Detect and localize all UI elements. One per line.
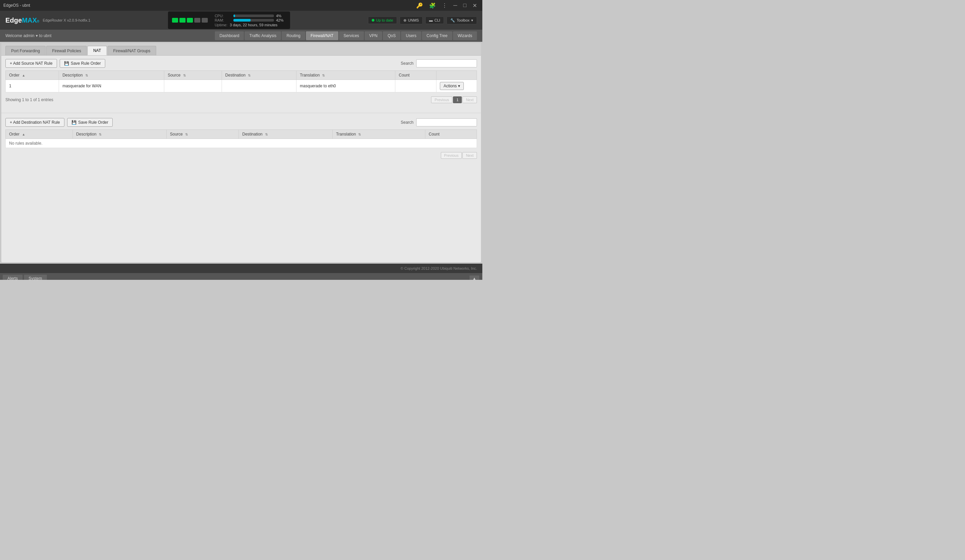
puzzle-icon[interactable]: 🧩: [427, 2, 438, 10]
stats: CPU: 4% RAM: 42% Uptime: 3 days, 22 hour…: [214, 13, 286, 27]
source-nat-page-1-btn[interactable]: 1: [453, 96, 462, 103]
ram-bar: [234, 19, 274, 21]
col-source[interactable]: Source ⇅: [164, 71, 222, 80]
tab-users[interactable]: Users: [401, 31, 421, 40]
no-rules-cell: No rules available.: [6, 139, 477, 148]
src-sort-icon: ⇅: [183, 73, 186, 77]
header-right: Up to date ⊕ UNMS ▬ CLI 🔧 Toolbox ▾: [368, 16, 477, 24]
source-nat-header-row: Order ▲ Description ⇅ Source ⇅ Destinati…: [6, 71, 477, 80]
cpu-bar: [234, 15, 274, 17]
save-destination-rule-order-button[interactable]: 💾 Save Rule Order: [67, 118, 113, 127]
tab-config-tree[interactable]: Config Tree: [422, 31, 452, 40]
destination-nat-header-row: Order ▲ Description ⇅ Source ⇅ Destinati…: [6, 130, 477, 139]
tab-services[interactable]: Services: [339, 31, 364, 40]
section-divider: [2, 113, 481, 113]
more-icon[interactable]: ⋮: [440, 2, 449, 10]
col-translation[interactable]: Translation ⇅: [296, 71, 395, 80]
dest-col-source[interactable]: Source ⇅: [166, 130, 239, 139]
tab-firewall-nat[interactable]: Firewall/NAT: [306, 31, 338, 40]
footer: © Copyright 2012-2020 Ubiquiti Networks,…: [0, 264, 483, 273]
destination-nat-prev-btn[interactable]: Previous: [441, 152, 462, 159]
no-rules-row: No rules available.: [6, 139, 477, 148]
add-destination-nat-rule-button[interactable]: + Add Destination NAT Rule: [5, 118, 64, 127]
destination-nat-next-btn[interactable]: Next: [463, 152, 477, 159]
source-nat-toolbar: + Add Source NAT Rule 💾 Save Rule Order …: [5, 56, 477, 70]
source-nat-showing-text: Showing 1 to 1 of 1 entries: [5, 95, 53, 104]
row1-description: masquerade for WAN: [59, 80, 164, 92]
tab-wizards[interactable]: Wizards: [453, 31, 477, 40]
dest-trans-sort-icon: ⇅: [358, 132, 361, 136]
bottom-tab-system[interactable]: System: [24, 275, 47, 280]
col-destination[interactable]: Destination ⇅: [222, 71, 296, 80]
cpu-bar-fill: [234, 15, 235, 17]
scroll-up-btn[interactable]: ▲: [469, 275, 480, 280]
save-source-rule-order-button[interactable]: 💾 Save Rule Order: [60, 59, 105, 68]
up-to-date-btn[interactable]: Up to date: [368, 16, 397, 24]
dest-col-translation[interactable]: Translation ⇅: [332, 130, 425, 139]
tab-qos[interactable]: QoS: [383, 31, 401, 40]
actions-chevron-icon: ▾: [458, 83, 460, 88]
order-sort-icon: ▲: [22, 73, 25, 77]
minimize-icon[interactable]: ─: [451, 2, 459, 9]
port-1: [172, 18, 178, 23]
sub-tabs: Port Forwarding Firewall Policies NAT Fi…: [2, 43, 481, 56]
port-icons: [172, 18, 208, 23]
desc-sort-icon: ⇅: [85, 73, 88, 77]
dest-col-destination[interactable]: Destination ⇅: [239, 130, 332, 139]
port-3: [187, 18, 193, 23]
toolbox-chevron-icon: ▾: [471, 18, 473, 23]
source-nat-pagination: Previous 1 Next: [431, 95, 477, 105]
port-4: [194, 18, 200, 23]
tab-vpn[interactable]: VPN: [365, 31, 383, 40]
uptime-row: Uptime: 3 days, 22 hours, 59 minutes: [214, 23, 286, 27]
dst-sort-icon: ⇅: [248, 73, 250, 77]
welcome-dropdown-icon[interactable]: ▾: [36, 33, 38, 38]
cli-btn[interactable]: ▬ CLI: [425, 16, 444, 24]
logo-section: EdgeMAX® EdgeRouter X v2.0.9-hotfix.1: [5, 17, 90, 24]
bottom-tab-alerts[interactable]: Alerts: [3, 275, 23, 280]
title-bar-title: EdgeOS - ubnt: [3, 3, 30, 8]
destination-nat-toolbar: + Add Destination NAT Rule 💾 Save Rule O…: [5, 114, 477, 129]
col-order[interactable]: Order ▲: [6, 71, 59, 80]
edge-max-logo: EdgeMAX®: [5, 17, 39, 24]
nav-bar: Welcome admin ▾ to ubnt Dashboard Traffi…: [0, 30, 483, 42]
tab-nat[interactable]: NAT: [87, 46, 106, 55]
tab-traffic-analysis[interactable]: Traffic Analysis: [245, 31, 281, 40]
source-nat-next-btn[interactable]: Next: [463, 96, 477, 103]
unms-icon: ⊕: [403, 18, 406, 23]
key-icon[interactable]: 🔑: [414, 2, 425, 10]
destination-nat-search-area: Search: [401, 118, 477, 126]
row1-actions-cell: Actions ▾: [437, 80, 477, 92]
tab-firewall-nat-groups[interactable]: Firewall/NAT Groups: [108, 46, 156, 55]
actions-button[interactable]: Actions ▾: [440, 82, 464, 90]
dest-order-sort-icon: ▲: [22, 132, 25, 136]
title-bar-controls[interactable]: 🔑 🧩 ⋮ ─ □ ✕: [414, 2, 479, 10]
port-5: [202, 18, 208, 23]
toolbox-icon: 🔧: [450, 18, 455, 23]
col-actions-header: [437, 71, 477, 80]
welcome-text: Welcome admin ▾ to ubnt: [5, 33, 52, 38]
add-source-nat-rule-button[interactable]: + Add Source NAT Rule: [5, 59, 57, 68]
tab-routing[interactable]: Routing: [281, 31, 305, 40]
col-description[interactable]: Description ⇅: [59, 71, 164, 80]
port-2: [180, 18, 185, 23]
tab-dashboard[interactable]: Dashboard: [215, 31, 244, 40]
maximize-icon[interactable]: □: [461, 2, 468, 9]
status-center: CPU: 4% RAM: 42% Uptime: 3 days, 22 hour…: [168, 11, 290, 29]
title-bar-left: EdgeOS - ubnt: [3, 3, 30, 8]
destination-nat-section: + Add Destination NAT Rule 💾 Save Rule O…: [2, 114, 481, 167]
toolbox-btn[interactable]: 🔧 Toolbox ▾: [447, 16, 477, 24]
status-dot: [372, 19, 375, 21]
source-nat-search-input[interactable]: [416, 59, 477, 67]
header: EdgeMAX® EdgeRouter X v2.0.9-hotfix.1 CP…: [0, 11, 483, 30]
copyright-text: © Copyright 2012-2020 Ubiquiti Networks,…: [401, 266, 477, 270]
tab-port-forwarding[interactable]: Port Forwarding: [5, 46, 46, 55]
source-nat-prev-btn[interactable]: Previous: [431, 96, 452, 103]
unms-btn[interactable]: ⊕ UNMS: [400, 16, 423, 24]
cli-icon: ▬: [429, 18, 433, 22]
row1-translation: masquerade to eth0: [296, 80, 395, 92]
tab-firewall-policies[interactable]: Firewall Policies: [46, 46, 87, 55]
destination-nat-search-input[interactable]: [416, 118, 477, 126]
close-icon[interactable]: ✕: [471, 2, 479, 10]
dest-col-description[interactable]: Description ⇅: [72, 130, 166, 139]
